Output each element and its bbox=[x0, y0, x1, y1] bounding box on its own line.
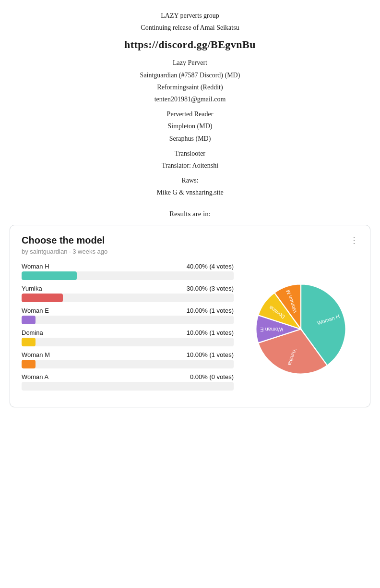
poll-meta: by saintguardian · 3 weeks ago bbox=[22, 248, 358, 255]
poll-row: Woman A0.00% (0 votes) bbox=[22, 373, 234, 391]
poll-item-pct: 10.00% (1 votes) bbox=[187, 329, 234, 336]
poll-row: Woman H40.00% (4 votes) bbox=[22, 263, 234, 280]
poll-item-pct: 0.00% (0 votes) bbox=[190, 373, 234, 380]
credits-block-2: Perverted Reader Simpleton (MD) Seraphus… bbox=[19, 108, 361, 145]
credit-simpleton: Simpleton (MD) bbox=[19, 120, 361, 132]
poll-row: Yumika30.00% (3 votes) bbox=[22, 285, 234, 302]
pie-chart-container: Woman HYumikaWoman EDominaWoman M bbox=[243, 263, 358, 395]
poll-item-label: Woman E bbox=[22, 307, 49, 314]
subtitle: Continuing release of Amai Seikatsu bbox=[19, 22, 361, 34]
poll-row-label: Woman H40.00% (4 votes) bbox=[22, 263, 234, 270]
poll-item-pct: 10.00% (1 votes) bbox=[187, 351, 234, 358]
credits-block-1: Lazy Pervert Saintguardian (#7587 Discor… bbox=[19, 57, 361, 105]
poll-bar-track bbox=[22, 360, 234, 368]
results-label: Results are in: bbox=[0, 210, 380, 218]
poll-row-label: Woman E10.00% (1 votes) bbox=[22, 307, 234, 314]
pie-chart: Woman HYumikaWoman EDominaWoman M bbox=[248, 276, 354, 382]
poll-body: Woman H40.00% (4 votes)Yumika30.00% (3 v… bbox=[22, 263, 358, 395]
poll-bar-track bbox=[22, 382, 234, 391]
credit-perverted-reader: Perverted Reader bbox=[19, 108, 361, 120]
credit-translator: Translator: Aoitenshi bbox=[19, 159, 361, 172]
group-name: LAZY perverts group bbox=[19, 10, 361, 22]
poll-row: Woman M10.00% (1 votes) bbox=[22, 351, 234, 368]
poll-title: Choose the model bbox=[22, 235, 105, 246]
poll-bar-fill bbox=[22, 271, 77, 280]
credits-block-4: Raws: Mike G & vnsharing.site bbox=[19, 174, 361, 198]
credit-saintguardian: Saintguardian (#7587 Discord) (MD) bbox=[19, 69, 361, 81]
poll-bars: Woman H40.00% (4 votes)Yumika30.00% (3 v… bbox=[22, 263, 234, 395]
credit-raws-label: Raws: bbox=[19, 174, 361, 186]
poll-row: Woman E10.00% (1 votes) bbox=[22, 307, 234, 324]
credit-raws-value: Mike G & vnsharing.site bbox=[19, 186, 361, 198]
poll-bar-fill bbox=[22, 316, 36, 324]
poll-menu-dots[interactable]: ⋮ bbox=[350, 235, 358, 245]
poll-bar-track bbox=[22, 316, 234, 324]
poll-row-label: Domina10.00% (1 votes) bbox=[22, 329, 234, 336]
credit-email: tenten201981@gmail.com bbox=[19, 93, 361, 105]
poll-bar-track bbox=[22, 338, 234, 346]
poll-row-label: Yumika30.00% (3 votes) bbox=[22, 285, 234, 292]
poll-item-label: Woman M bbox=[22, 351, 50, 358]
poll-item-label: Domina bbox=[22, 329, 43, 336]
credit-lazy-pervert: Lazy Pervert bbox=[19, 57, 361, 69]
poll-item-pct: 10.00% (1 votes) bbox=[187, 307, 234, 314]
poll-bar-track bbox=[22, 294, 234, 302]
credit-translooter: Translooter bbox=[19, 147, 361, 159]
header-section: LAZY perverts group Continuing release o… bbox=[0, 0, 380, 206]
poll-item-pct: 30.00% (3 votes) bbox=[187, 285, 234, 292]
group-name-block: LAZY perverts group Continuing release o… bbox=[19, 10, 361, 34]
poll-bar-fill bbox=[22, 338, 36, 346]
poll-row-label: Woman M10.00% (1 votes) bbox=[22, 351, 234, 358]
poll-bar-track bbox=[22, 271, 234, 280]
poll-bar-fill bbox=[22, 360, 36, 368]
poll-item-label: Yumika bbox=[22, 285, 42, 292]
poll-header: Choose the model ⋮ bbox=[22, 235, 358, 246]
poll-item-pct: 40.00% (4 votes) bbox=[187, 263, 234, 270]
poll-item-label: Woman H bbox=[22, 263, 49, 270]
credit-reformingsaint: Reformingsaint (Reddit) bbox=[19, 81, 361, 93]
credit-seraphus: Seraphus (MD) bbox=[19, 133, 361, 145]
poll-row-label: Woman A0.00% (0 votes) bbox=[22, 373, 234, 380]
poll-bar-fill bbox=[22, 294, 63, 302]
poll-item-label: Woman A bbox=[22, 373, 48, 380]
credits-block-3: Translooter Translator: Aoitenshi bbox=[19, 147, 361, 172]
poll-card: Choose the model ⋮ by saintguardian · 3 … bbox=[10, 225, 370, 407]
poll-row: Domina10.00% (1 votes) bbox=[22, 329, 234, 346]
pie-label: Woman E bbox=[260, 327, 283, 333]
discord-link[interactable]: https://discord.gg/BEgvnBu bbox=[19, 38, 361, 51]
